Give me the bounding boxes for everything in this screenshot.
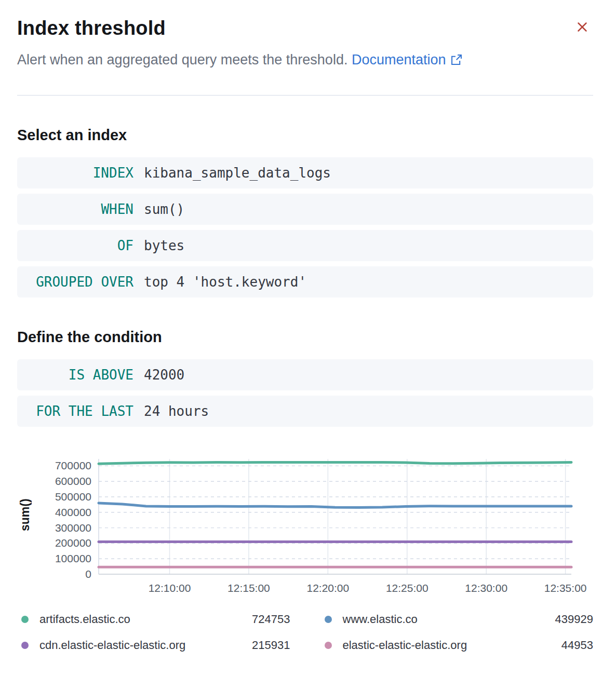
documentation-link[interactable]: Documentation xyxy=(352,52,446,67)
chart-legend: artifacts.elastic.co 724753 www.elastic.… xyxy=(17,613,593,652)
section-heading-define-condition: Define the condition xyxy=(17,329,593,346)
index-threshold-flyout: Index threshold Alert when an aggregated… xyxy=(0,0,616,652)
subtitle-text: Alert when an aggregated query meets the… xyxy=(17,52,347,67)
series-color-dot xyxy=(325,616,332,623)
index-expression[interactable]: INDEX kibana_sample_data_logs xyxy=(17,157,593,188)
index-expression-rows: INDEX kibana_sample_data_logs WHEN sum()… xyxy=(17,157,593,297)
series-name: www.elastic.co xyxy=(343,613,418,626)
page-title: Index threshold xyxy=(17,17,593,39)
condition-expression-rows: IS ABOVE 42000 FOR THE LAST 24 hours xyxy=(17,359,593,427)
define-condition-section: Define the condition IS ABOVE 42000 FOR … xyxy=(17,329,593,427)
subtitle: Alert when an aggregated query meets the… xyxy=(17,52,593,69)
expression-keyword: FOR THE LAST xyxy=(17,403,133,419)
series-value: 44953 xyxy=(561,639,593,652)
line-chart: 12:10:0012:15:0012:20:0012:25:0012:30:00… xyxy=(33,456,593,596)
series-value: 215931 xyxy=(252,639,290,652)
svg-text:0: 0 xyxy=(85,568,91,580)
svg-text:500000: 500000 xyxy=(55,491,91,503)
threshold-expression[interactable]: IS ABOVE 42000 xyxy=(17,359,593,390)
expression-keyword: GROUPED OVER xyxy=(17,274,133,290)
legend-item[interactable]: artifacts.elastic.co 724753 xyxy=(21,613,290,626)
expression-value: kibana_sample_data_logs xyxy=(144,165,331,181)
of-expression[interactable]: OF bytes xyxy=(17,230,593,261)
svg-text:12:10:00: 12:10:00 xyxy=(149,582,191,594)
expression-value: sum() xyxy=(144,201,184,217)
svg-text:100000: 100000 xyxy=(55,552,91,564)
legend-item[interactable]: cdn.elastic-elastic-elastic.org 215931 xyxy=(21,639,290,652)
expression-value: 24 hours xyxy=(144,403,209,419)
y-axis-label: sum() xyxy=(17,456,33,574)
flyout-header: Index threshold Alert when an aggregated… xyxy=(17,17,593,69)
series-color-dot xyxy=(325,642,332,649)
legend-item[interactable]: www.elastic.co 439929 xyxy=(325,613,594,626)
expression-value: top 4 'host.keyword' xyxy=(144,274,306,290)
svg-text:600000: 600000 xyxy=(55,475,91,487)
series-value: 724753 xyxy=(252,613,290,626)
legend-item[interactable]: elastic-elastic-elastic.org 44953 xyxy=(325,639,594,652)
svg-text:12:25:00: 12:25:00 xyxy=(386,582,428,594)
expression-value: 42000 xyxy=(144,367,184,383)
when-expression[interactable]: WHEN sum() xyxy=(17,194,593,225)
external-link-icon xyxy=(451,53,462,69)
select-index-section: Select an index INDEX kibana_sample_data… xyxy=(17,127,593,297)
svg-text:12:35:00: 12:35:00 xyxy=(544,582,587,594)
divider xyxy=(17,95,593,96)
series-color-dot xyxy=(21,642,29,649)
svg-text:200000: 200000 xyxy=(55,537,91,549)
time-window-expression[interactable]: FOR THE LAST 24 hours xyxy=(17,396,593,427)
svg-text:700000: 700000 xyxy=(55,459,91,471)
close-icon[interactable] xyxy=(574,19,590,35)
series-name: artifacts.elastic.co xyxy=(39,613,130,626)
series-name: cdn.elastic-elastic-elastic.org xyxy=(39,639,185,652)
svg-text:400000: 400000 xyxy=(55,506,91,518)
expression-keyword: OF xyxy=(17,238,133,253)
svg-text:12:20:00: 12:20:00 xyxy=(306,582,349,594)
expression-keyword: IS ABOVE xyxy=(17,367,133,383)
expression-keyword: INDEX xyxy=(17,165,133,181)
threshold-preview-chart: sum() 12:10:0012:15:0012:20:0012:25:0012… xyxy=(17,456,593,596)
series-name: elastic-elastic-elastic.org xyxy=(343,639,467,652)
series-color-dot xyxy=(21,616,29,623)
svg-text:300000: 300000 xyxy=(55,522,91,534)
expression-keyword: WHEN xyxy=(17,201,133,217)
section-heading-select-index: Select an index xyxy=(17,127,593,144)
svg-text:12:15:00: 12:15:00 xyxy=(227,582,270,594)
svg-text:12:30:00: 12:30:00 xyxy=(465,582,507,594)
expression-value: bytes xyxy=(144,238,184,253)
series-value: 439929 xyxy=(555,613,593,626)
grouped-over-expression[interactable]: GROUPED OVER top 4 'host.keyword' xyxy=(17,266,593,297)
